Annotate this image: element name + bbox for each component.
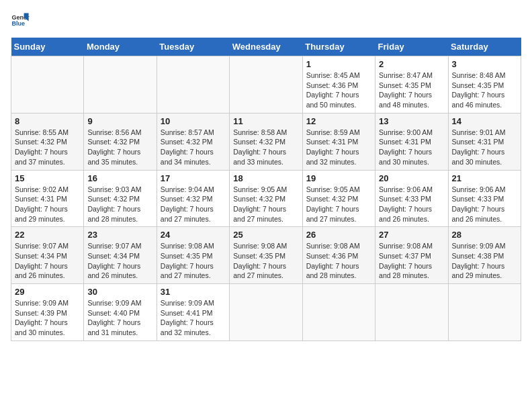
calendar-cell: 29 Sunrise: 9:09 AMSunset: 4:39 PMDaylig…	[11, 284, 84, 341]
calendar-table: SundayMondayTuesdayWednesdayThursdayFrid…	[11, 38, 521, 341]
calendar-cell: 24 Sunrise: 9:08 AMSunset: 4:35 PMDaylig…	[157, 227, 229, 284]
day-number: 22	[15, 230, 80, 240]
calendar-cell: 31 Sunrise: 9:09 AMSunset: 4:41 PMDaylig…	[157, 284, 229, 341]
calendar-cell: 18 Sunrise: 9:05 AMSunset: 4:32 PMDaylig…	[230, 170, 302, 227]
calendar-cell: 19 Sunrise: 9:05 AMSunset: 4:32 PMDaylig…	[302, 170, 375, 227]
day-number: 28	[452, 230, 517, 240]
day-info: Sunrise: 9:08 AMSunset: 4:35 PMDaylight:…	[161, 241, 226, 281]
day-number: 16	[87, 173, 152, 183]
day-info: Sunrise: 9:02 AMSunset: 4:31 PMDaylight:…	[15, 185, 80, 224]
day-info: Sunrise: 9:07 AMSunset: 4:34 PMDaylight:…	[87, 241, 152, 281]
day-header-tuesday: Tuesday	[157, 38, 229, 56]
day-info: Sunrise: 9:05 AMSunset: 4:32 PMDaylight:…	[233, 185, 298, 224]
calendar-cell	[11, 56, 84, 113]
svg-text:Blue: Blue	[11, 20, 25, 27]
day-info: Sunrise: 9:08 AMSunset: 4:35 PMDaylight:…	[233, 241, 298, 281]
day-number: 23	[87, 230, 152, 240]
day-header-sunday: Sunday	[11, 38, 84, 56]
day-info: Sunrise: 9:04 AMSunset: 4:32 PMDaylight:…	[161, 185, 226, 224]
calendar-cell: 14 Sunrise: 9:01 AMSunset: 4:31 PMDaylig…	[448, 113, 521, 170]
day-number: 8	[15, 116, 80, 126]
calendar-cell: 30 Sunrise: 9:09 AMSunset: 4:40 PMDaylig…	[84, 284, 157, 341]
day-header-saturday: Saturday	[448, 38, 521, 56]
day-number: 18	[233, 173, 298, 183]
day-number: 27	[379, 230, 444, 240]
day-info: Sunrise: 9:06 AMSunset: 4:33 PMDaylight:…	[379, 185, 444, 224]
calendar-cell: 17 Sunrise: 9:04 AMSunset: 4:32 PMDaylig…	[157, 170, 229, 227]
calendar-cell: 26 Sunrise: 9:08 AMSunset: 4:36 PMDaylig…	[302, 227, 375, 284]
day-number: 2	[379, 59, 444, 69]
day-number: 11	[233, 116, 298, 126]
day-number: 12	[306, 116, 371, 126]
calendar-cell	[84, 56, 157, 113]
day-info: Sunrise: 9:08 AMSunset: 4:36 PMDaylight:…	[306, 241, 371, 281]
calendar-cell: 22 Sunrise: 9:07 AMSunset: 4:34 PMDaylig…	[11, 227, 84, 284]
day-number: 10	[161, 116, 226, 126]
day-number: 20	[379, 173, 444, 183]
calendar-cell: 27 Sunrise: 9:08 AMSunset: 4:37 PMDaylig…	[375, 227, 448, 284]
day-info: Sunrise: 9:09 AMSunset: 4:40 PMDaylight:…	[87, 298, 152, 338]
day-number: 25	[233, 230, 298, 240]
day-info: Sunrise: 8:45 AMSunset: 4:36 PMDaylight:…	[306, 71, 371, 110]
day-info: Sunrise: 8:55 AMSunset: 4:32 PMDaylight:…	[15, 128, 80, 167]
calendar-cell: 21 Sunrise: 9:06 AMSunset: 4:33 PMDaylig…	[448, 170, 521, 227]
calendar-cell	[230, 56, 302, 113]
day-header-monday: Monday	[84, 38, 157, 56]
calendar-cell	[230, 284, 302, 341]
day-info: Sunrise: 9:06 AMSunset: 4:33 PMDaylight:…	[452, 185, 517, 224]
day-info: Sunrise: 8:47 AMSunset: 4:35 PMDaylight:…	[379, 71, 444, 110]
logo: General Blue	[11, 11, 32, 30]
calendar-cell: 23 Sunrise: 9:07 AMSunset: 4:34 PMDaylig…	[84, 227, 157, 284]
calendar-cell	[157, 56, 229, 113]
calendar-cell	[302, 284, 375, 341]
calendar-cell: 2 Sunrise: 8:47 AMSunset: 4:35 PMDayligh…	[375, 56, 448, 113]
day-number: 21	[452, 173, 517, 183]
day-info: Sunrise: 8:59 AMSunset: 4:31 PMDaylight:…	[306, 128, 371, 167]
calendar-cell: 10 Sunrise: 8:57 AMSunset: 4:32 PMDaylig…	[157, 113, 229, 170]
day-info: Sunrise: 9:00 AMSunset: 4:31 PMDaylight:…	[379, 128, 444, 167]
day-info: Sunrise: 9:07 AMSunset: 4:34 PMDaylight:…	[15, 241, 80, 281]
calendar-cell: 9 Sunrise: 8:56 AMSunset: 4:32 PMDayligh…	[84, 113, 157, 170]
day-info: Sunrise: 9:09 AMSunset: 4:41 PMDaylight:…	[161, 298, 226, 338]
calendar-cell: 15 Sunrise: 9:02 AMSunset: 4:31 PMDaylig…	[11, 170, 84, 227]
day-number: 30	[87, 287, 152, 297]
day-number: 26	[306, 230, 371, 240]
day-info: Sunrise: 9:09 AMSunset: 4:39 PMDaylight:…	[15, 298, 80, 338]
page-header: General Blue	[11, 11, 521, 30]
day-number: 19	[306, 173, 371, 183]
day-info: Sunrise: 8:48 AMSunset: 4:35 PMDaylight:…	[452, 71, 517, 110]
day-info: Sunrise: 8:58 AMSunset: 4:32 PMDaylight:…	[233, 128, 298, 167]
calendar-cell: 13 Sunrise: 9:00 AMSunset: 4:31 PMDaylig…	[375, 113, 448, 170]
day-info: Sunrise: 9:08 AMSunset: 4:37 PMDaylight:…	[379, 241, 444, 281]
day-info: Sunrise: 9:01 AMSunset: 4:31 PMDaylight:…	[452, 128, 517, 167]
calendar-cell: 1 Sunrise: 8:45 AMSunset: 4:36 PMDayligh…	[302, 56, 375, 113]
calendar-cell: 28 Sunrise: 9:09 AMSunset: 4:38 PMDaylig…	[448, 227, 521, 284]
day-number: 3	[452, 59, 517, 69]
day-info: Sunrise: 8:57 AMSunset: 4:32 PMDaylight:…	[161, 128, 226, 167]
day-header-thursday: Thursday	[302, 38, 375, 56]
calendar-cell: 20 Sunrise: 9:06 AMSunset: 4:33 PMDaylig…	[375, 170, 448, 227]
calendar-cell: 12 Sunrise: 8:59 AMSunset: 4:31 PMDaylig…	[302, 113, 375, 170]
calendar-cell	[375, 284, 448, 341]
day-number: 15	[15, 173, 80, 183]
day-number: 24	[161, 230, 226, 240]
day-info: Sunrise: 9:09 AMSunset: 4:38 PMDaylight:…	[452, 241, 517, 281]
day-number: 1	[306, 59, 371, 69]
day-header-wednesday: Wednesday	[230, 38, 302, 56]
day-number: 17	[161, 173, 226, 183]
logo-icon: General Blue	[11, 11, 30, 30]
day-header-friday: Friday	[375, 38, 448, 56]
day-info: Sunrise: 9:03 AMSunset: 4:32 PMDaylight:…	[87, 185, 152, 224]
day-number: 14	[452, 116, 517, 126]
day-number: 9	[87, 116, 152, 126]
day-info: Sunrise: 9:05 AMSunset: 4:32 PMDaylight:…	[306, 185, 371, 224]
calendar-cell: 11 Sunrise: 8:58 AMSunset: 4:32 PMDaylig…	[230, 113, 302, 170]
day-info: Sunrise: 8:56 AMSunset: 4:32 PMDaylight:…	[87, 128, 152, 167]
calendar-cell: 8 Sunrise: 8:55 AMSunset: 4:32 PMDayligh…	[11, 113, 84, 170]
calendar-cell	[448, 284, 521, 341]
calendar-cell: 25 Sunrise: 9:08 AMSunset: 4:35 PMDaylig…	[230, 227, 302, 284]
day-number: 29	[15, 287, 80, 297]
day-number: 13	[379, 116, 444, 126]
calendar-cell: 3 Sunrise: 8:48 AMSunset: 4:35 PMDayligh…	[448, 56, 521, 113]
day-number: 31	[161, 287, 226, 297]
